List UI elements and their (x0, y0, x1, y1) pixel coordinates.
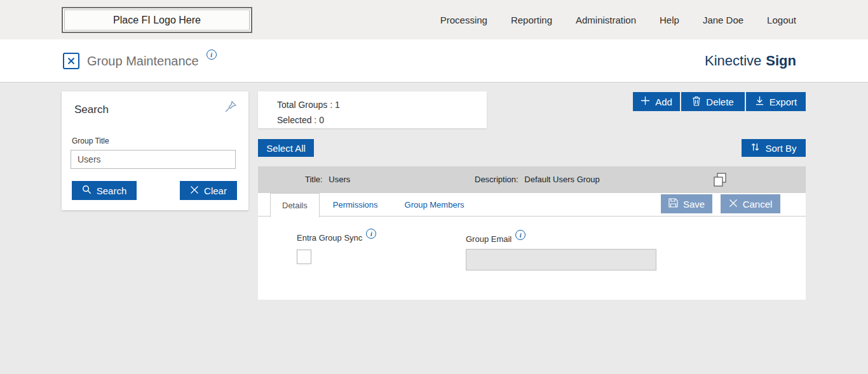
clear-button-label: Clear (204, 185, 227, 196)
add-button[interactable]: Add (633, 92, 680, 111)
entra-group-sync-checkbox[interactable] (297, 250, 311, 264)
sort-by-button[interactable]: Sort By (742, 139, 806, 157)
tab-details[interactable]: Details (270, 193, 320, 217)
top-bar: Place FI Logo Here Processing Reporting … (0, 0, 868, 39)
title-bar: Group Maintenance KinectiveSign (0, 39, 868, 83)
page-title: Group Maintenance (87, 54, 199, 69)
sort-icon (750, 142, 760, 154)
brand-second: Sign (766, 53, 796, 69)
search-button-label: Search (97, 185, 127, 196)
detail-actions: Save Cancel (661, 194, 780, 213)
fi-logo-text: Place FI Logo Here (113, 15, 201, 26)
entra-group-sync-label: Entra Group Sync (297, 233, 362, 243)
select-all-button[interactable]: Select All (258, 139, 314, 157)
group-row-title: Title: Users (305, 175, 350, 184)
group-description-value: Default Users Group (524, 175, 600, 184)
search-panel: Search Group Title Search Clear (62, 91, 248, 210)
search-panel-title: Search (74, 104, 109, 116)
group-actions-toolbar: Add Delete Export (633, 92, 806, 111)
group-title-field-label: Title: (305, 175, 323, 184)
selected-count-text: Selected : 0 (277, 112, 487, 128)
copy-icon[interactable] (714, 173, 726, 187)
entra-info-icon[interactable] (366, 229, 376, 239)
brand-first: Kinective (705, 53, 761, 69)
export-button-label: Export (770, 97, 797, 107)
select-all-label: Select All (266, 143, 306, 154)
group-email-input (466, 249, 656, 270)
save-button-label: Save (683, 199, 705, 210)
trash-icon (692, 96, 701, 108)
group-detail-panel: Details Permissions Group Members Save C… (258, 193, 806, 300)
groups-summary: Total Groups : 1 Selected : 0 (258, 91, 487, 128)
nav-reporting[interactable]: Reporting (511, 15, 552, 25)
save-floppy-icon (668, 198, 678, 210)
nav-logout[interactable]: Logout (767, 15, 796, 25)
save-button[interactable]: Save (661, 194, 712, 213)
add-button-label: Add (655, 97, 672, 107)
sort-by-label: Sort By (765, 143, 796, 154)
delete-button[interactable]: Delete (681, 92, 745, 111)
group-email-info-icon[interactable] (515, 230, 526, 240)
tab-group-members[interactable]: Group Members (391, 193, 478, 217)
search-icon (82, 185, 92, 196)
group-email-label-row: Group Email (466, 234, 526, 244)
group-maintenance-icon (63, 53, 79, 69)
plus-icon (641, 96, 650, 107)
clear-x-icon (190, 185, 199, 196)
brand-logo: KinectiveSign (705, 39, 796, 83)
download-icon (755, 96, 764, 107)
nav-help[interactable]: Help (660, 15, 679, 25)
entra-group-sync-label-row: Entra Group Sync (297, 232, 376, 243)
nav-processing[interactable]: Processing (440, 15, 487, 25)
group-title-label: Group Title (72, 137, 109, 145)
group-row-description: Description: Default Users Group (475, 175, 600, 184)
page-title-group: Group Maintenance (63, 39, 217, 83)
fi-logo-placeholder: Place FI Logo Here (62, 7, 252, 33)
clear-button[interactable]: Clear (180, 181, 237, 200)
page-info-icon[interactable] (207, 50, 217, 60)
pin-icon[interactable] (224, 100, 238, 114)
delete-button-label: Delete (706, 97, 733, 107)
group-title-input[interactable] (71, 150, 236, 169)
tab-permissions[interactable]: Permissions (320, 193, 391, 217)
total-groups-text: Total Groups : 1 (277, 97, 487, 112)
cancel-button[interactable]: Cancel (721, 194, 780, 213)
group-description-label: Description: (475, 175, 519, 184)
nav-user-menu[interactable]: Jane Doe (703, 15, 743, 25)
top-nav: Processing Reporting Administration Help… (440, 0, 796, 39)
cancel-x-icon (729, 199, 738, 210)
export-button[interactable]: Export (746, 92, 806, 111)
search-button[interactable]: Search (72, 181, 137, 200)
group-email-label: Group Email (466, 234, 512, 244)
nav-administration[interactable]: Administration (576, 15, 636, 25)
group-row[interactable]: Title: Users Description: Default Users … (258, 166, 806, 193)
group-title-value: Users (329, 175, 350, 184)
cancel-button-label: Cancel (743, 199, 773, 210)
